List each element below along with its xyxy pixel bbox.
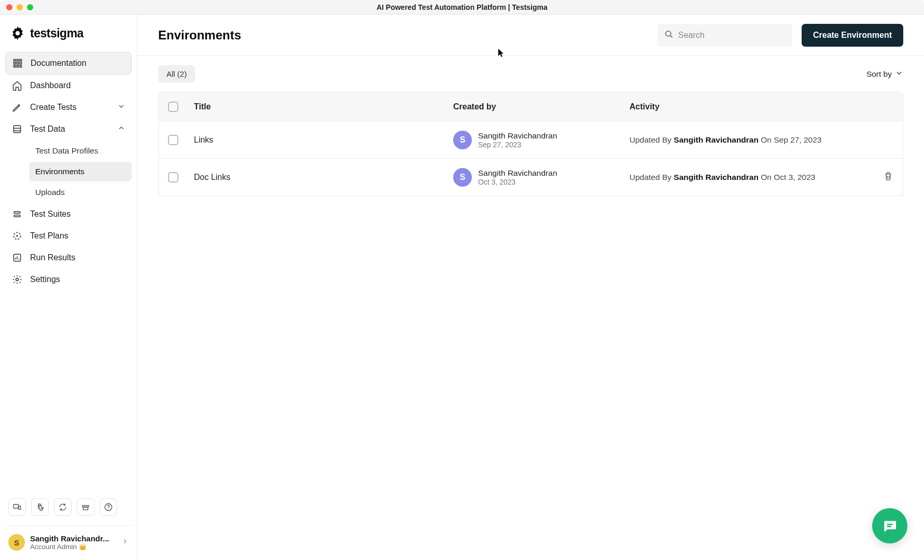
svg-line-28	[670, 35, 672, 37]
svg-rect-9	[20, 65, 21, 67]
svg-rect-6	[20, 62, 21, 64]
sidebar-item-test-data[interactable]: Test Data	[5, 118, 132, 140]
window-minimize-button[interactable]	[17, 4, 23, 10]
target-icon	[11, 230, 23, 242]
window-close-button[interactable]	[6, 4, 12, 10]
page-title: Environments	[158, 28, 241, 43]
sidebar-item-label: Documentation	[31, 59, 87, 68]
sidebar-bottom-icons	[5, 494, 132, 523]
svg-point-26	[108, 509, 108, 509]
row-checkbox[interactable]	[168, 135, 178, 145]
col-created-by: Created by	[453, 102, 629, 111]
user-name: Sangith Ravichandr...	[30, 534, 113, 543]
creator-date: Oct 3, 2023	[478, 178, 557, 186]
database-icon	[11, 123, 23, 135]
svg-point-21	[16, 278, 19, 281]
sidebar-item-label: Dashboard	[30, 81, 71, 90]
row-created-by: S Sangith Ravichandran Oct 3, 2023	[453, 168, 629, 187]
sidebar-item-label: Run Results	[30, 253, 75, 262]
refresh-icon[interactable]	[54, 498, 72, 516]
creator-name: Sangith Ravichandran	[478, 131, 557, 141]
svg-rect-23	[19, 506, 21, 510]
brand-name: testsigma	[30, 26, 83, 40]
sidebar-item-dashboard[interactable]: Dashboard	[5, 75, 132, 96]
sidebar-item-create-tests[interactable]: Create Tests	[5, 96, 132, 118]
sidebar-item-label: Test Suites	[30, 209, 71, 219]
pencil-icon	[11, 102, 23, 113]
chart-icon	[11, 252, 23, 263]
sidebar-item-test-suites[interactable]: Test Suites	[5, 203, 132, 225]
svg-rect-4	[14, 62, 16, 64]
sidebar-item-documentation[interactable]: Documentation	[5, 52, 132, 75]
svg-rect-7	[14, 65, 16, 67]
row-checkbox[interactable]	[168, 172, 178, 183]
search-input[interactable]	[678, 31, 786, 40]
sort-by-label: Sort by	[866, 69, 892, 79]
main-header: Environments Create Environment	[137, 15, 924, 56]
chevron-right-icon	[121, 538, 129, 547]
svg-point-16	[16, 235, 18, 236]
user-avatar: S	[8, 534, 25, 551]
window-titlebar: AI Powered Test Automation Platform | Te…	[0, 0, 924, 15]
window-title: AI Powered Test Automation Platform | Te…	[376, 3, 548, 11]
chevron-down-icon	[895, 69, 903, 79]
store-icon[interactable]	[77, 498, 94, 516]
sort-by-dropdown[interactable]: Sort by	[866, 69, 903, 79]
sidebar-item-settings[interactable]: Settings	[5, 269, 132, 290]
sidebar-item-run-results[interactable]: Run Results	[5, 247, 132, 269]
sidebar-item-label: Create Tests	[30, 103, 77, 112]
svg-rect-14	[14, 215, 20, 217]
creator-avatar: S	[453, 168, 472, 187]
svg-rect-24	[83, 507, 88, 510]
row-title: Doc Links	[194, 173, 453, 182]
home-icon	[11, 80, 23, 91]
delete-row-button[interactable]	[883, 171, 893, 184]
col-activity: Activity	[629, 102, 893, 111]
create-environment-button[interactable]: Create Environment	[802, 24, 903, 47]
devices-icon[interactable]	[8, 498, 26, 516]
gear-logo-icon	[9, 25, 26, 41]
row-created-by: S Sangith Ravichandran Sep 27, 2023	[453, 131, 629, 149]
creator-date: Sep 27, 2023	[478, 141, 557, 149]
search-input-wrapper[interactable]	[657, 24, 792, 47]
grid-icon	[12, 58, 23, 69]
window-maximize-button[interactable]	[27, 4, 33, 10]
sidebar-subitem-test-data-profiles[interactable]: Test Data Profiles	[29, 141, 132, 161]
svg-rect-3	[20, 60, 21, 61]
creator-avatar: S	[453, 131, 472, 149]
brand-logo[interactable]: testsigma	[5, 22, 132, 52]
row-title: Links	[194, 135, 453, 145]
main-content: Environments Create Environment All (2) …	[137, 15, 924, 560]
search-icon	[664, 29, 674, 41]
row-activity: Updated By Sangith Ravichandran On Oct 3…	[629, 173, 893, 182]
svg-rect-2	[17, 60, 18, 61]
sidebar-item-label: Settings	[30, 275, 60, 284]
puzzle-icon[interactable]	[31, 498, 49, 516]
chat-fab[interactable]	[872, 508, 907, 543]
col-title: Title	[194, 102, 453, 111]
table-header: Title Created by Activity	[159, 92, 903, 121]
help-icon[interactable]	[100, 498, 117, 516]
user-role: Account Admin 👑	[30, 543, 116, 551]
sidebar-subitem-uploads[interactable]: Uploads	[29, 183, 132, 202]
chevron-down-icon	[117, 102, 125, 113]
svg-rect-10	[13, 125, 20, 132]
row-activity: Updated By Sangith Ravichandran On Sep 2…	[629, 135, 893, 145]
table-row[interactable]: Doc Links S Sangith Ravichandran Oct 3, …	[159, 158, 903, 195]
sidebar-item-label: Test Data	[30, 124, 65, 134]
gear-icon	[11, 274, 23, 285]
sidebar-item-label: Test Plans	[30, 231, 68, 241]
svg-rect-22	[13, 505, 18, 509]
creator-name: Sangith Ravichandran	[478, 169, 557, 178]
user-profile-row[interactable]: S Sangith Ravichandr... Account Admin 👑	[5, 525, 132, 555]
svg-rect-8	[17, 65, 18, 67]
sidebar-item-test-plans[interactable]: Test Plans	[5, 225, 132, 247]
svg-point-0	[16, 31, 20, 36]
select-all-checkbox[interactable]	[168, 102, 178, 112]
crown-icon: 👑	[79, 543, 87, 551]
svg-rect-13	[14, 212, 20, 213]
filter-all-pill[interactable]: All (2)	[158, 65, 195, 82]
sidebar-subitem-environments[interactable]: Environments	[29, 162, 132, 181]
svg-point-27	[666, 31, 671, 36]
table-row[interactable]: Links S Sangith Ravichandran Sep 27, 202…	[159, 121, 903, 158]
